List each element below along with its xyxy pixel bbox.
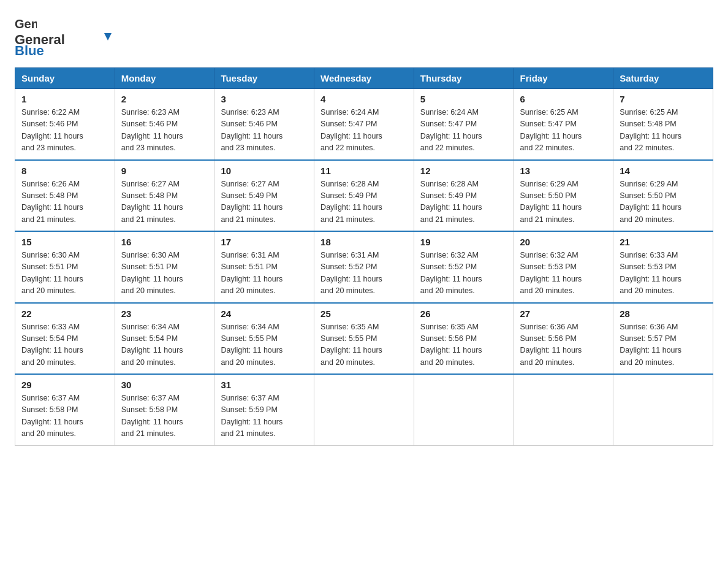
calendar-cell: 26 Sunrise: 6:35 AMSunset: 5:56 PMDaylig…: [414, 303, 514, 375]
day-number: 9: [121, 166, 208, 176]
calendar-cell: 19 Sunrise: 6:32 AMSunset: 5:52 PMDaylig…: [414, 231, 514, 303]
day-number: 27: [520, 308, 607, 319]
day-info: Sunrise: 6:28 AMSunset: 5:49 PMDaylight:…: [320, 178, 408, 226]
day-header-tuesday: Tuesday: [214, 68, 314, 89]
day-info: Sunrise: 6:24 AMSunset: 5:47 PMDaylight:…: [320, 107, 408, 155]
day-info: Sunrise: 6:24 AMSunset: 5:47 PMDaylight:…: [420, 107, 507, 155]
calendar-cell: 23 Sunrise: 6:34 AMSunset: 5:54 PMDaylig…: [115, 303, 214, 375]
day-number: 7: [620, 94, 707, 104]
calendar-week-1: 1 Sunrise: 6:22 AMSunset: 5:46 PMDayligh…: [15, 89, 713, 160]
day-info: Sunrise: 6:34 AMSunset: 5:54 PMDaylight:…: [121, 321, 208, 369]
day-info: Sunrise: 6:30 AMSunset: 5:51 PMDaylight:…: [121, 250, 208, 297]
day-info: Sunrise: 6:31 AMSunset: 5:51 PMDaylight:…: [221, 250, 308, 297]
day-number: 6: [520, 94, 607, 104]
day-info: Sunrise: 6:32 AMSunset: 5:53 PMDaylight:…: [520, 250, 607, 297]
calendar-cell: [514, 374, 613, 445]
day-info: Sunrise: 6:22 AMSunset: 5:46 PMDaylight:…: [21, 107, 108, 155]
day-number: 25: [320, 308, 408, 319]
day-number: 18: [320, 237, 408, 247]
day-number: 23: [121, 308, 208, 319]
day-header-sunday: Sunday: [15, 68, 115, 89]
day-info: Sunrise: 6:30 AMSunset: 5:51 PMDaylight:…: [21, 250, 108, 297]
day-info: Sunrise: 6:27 AMSunset: 5:48 PMDaylight:…: [121, 178, 208, 226]
calendar-cell: 5 Sunrise: 6:24 AMSunset: 5:47 PMDayligh…: [414, 89, 514, 160]
calendar-cell: [314, 374, 414, 445]
calendar-cell: 1 Sunrise: 6:22 AMSunset: 5:46 PMDayligh…: [15, 89, 115, 160]
day-number: 26: [420, 308, 507, 319]
day-header-monday: Monday: [115, 68, 214, 89]
calendar-cell: 2 Sunrise: 6:23 AMSunset: 5:46 PMDayligh…: [115, 89, 214, 160]
calendar-cell: 13 Sunrise: 6:29 AMSunset: 5:50 PMDaylig…: [514, 160, 613, 232]
calendar-cell: 17 Sunrise: 6:31 AMSunset: 5:51 PMDaylig…: [214, 231, 314, 303]
day-number: 19: [420, 237, 507, 247]
day-info: Sunrise: 6:35 AMSunset: 5:56 PMDaylight:…: [420, 321, 507, 369]
day-header-thursday: Thursday: [414, 68, 514, 89]
calendar-cell: 12 Sunrise: 6:28 AMSunset: 5:49 PMDaylig…: [414, 160, 514, 232]
day-number: 21: [620, 237, 707, 247]
calendar-cell: 31 Sunrise: 6:37 AMSunset: 5:59 PMDaylig…: [214, 374, 314, 445]
day-header-friday: Friday: [514, 68, 613, 89]
day-info: Sunrise: 6:23 AMSunset: 5:46 PMDaylight:…: [121, 107, 208, 155]
day-number: 14: [620, 166, 707, 176]
calendar-cell: 30 Sunrise: 6:37 AMSunset: 5:58 PMDaylig…: [115, 374, 214, 445]
svg-marker-2: [104, 33, 112, 40]
day-info: Sunrise: 6:35 AMSunset: 5:55 PMDaylight:…: [320, 321, 408, 369]
calendar-cell: 18 Sunrise: 6:31 AMSunset: 5:52 PMDaylig…: [314, 231, 414, 303]
calendar-cell: 14 Sunrise: 6:29 AMSunset: 5:50 PMDaylig…: [613, 160, 713, 232]
calendar-header-row: SundayMondayTuesdayWednesdayThursdayFrid…: [15, 68, 713, 89]
calendar-cell: 24 Sunrise: 6:34 AMSunset: 5:55 PMDaylig…: [214, 303, 314, 375]
day-number: 11: [320, 166, 408, 176]
calendar-cell: 27 Sunrise: 6:36 AMSunset: 5:56 PMDaylig…: [514, 303, 613, 375]
day-info: Sunrise: 6:26 AMSunset: 5:48 PMDaylight:…: [21, 178, 108, 226]
day-number: 20: [520, 237, 607, 247]
calendar-cell: 25 Sunrise: 6:35 AMSunset: 5:55 PMDaylig…: [314, 303, 414, 375]
day-info: Sunrise: 6:29 AMSunset: 5:50 PMDaylight:…: [620, 178, 707, 226]
day-number: 12: [420, 166, 507, 176]
day-number: 4: [320, 94, 408, 104]
calendar-cell: 6 Sunrise: 6:25 AMSunset: 5:47 PMDayligh…: [514, 89, 613, 160]
calendar-cell: 3 Sunrise: 6:23 AMSunset: 5:46 PMDayligh…: [214, 89, 314, 160]
day-info: Sunrise: 6:29 AMSunset: 5:50 PMDaylight:…: [520, 178, 607, 226]
calendar-cell: 21 Sunrise: 6:33 AMSunset: 5:53 PMDaylig…: [613, 231, 713, 303]
logo-graphic: General Blue: [15, 32, 125, 55]
calendar-week-3: 15 Sunrise: 6:30 AMSunset: 5:51 PMDaylig…: [15, 231, 713, 303]
calendar-cell: 28 Sunrise: 6:36 AMSunset: 5:57 PMDaylig…: [613, 303, 713, 375]
logo: General General Blue: [15, 15, 125, 55]
day-number: 17: [221, 237, 308, 247]
day-info: Sunrise: 6:37 AMSunset: 5:58 PMDaylight:…: [121, 393, 208, 440]
calendar-cell: 20 Sunrise: 6:32 AMSunset: 5:53 PMDaylig…: [514, 231, 613, 303]
day-info: Sunrise: 6:37 AMSunset: 5:59 PMDaylight:…: [221, 393, 308, 440]
day-number: 24: [221, 308, 308, 319]
day-info: Sunrise: 6:37 AMSunset: 5:58 PMDaylight:…: [21, 393, 108, 440]
day-number: 29: [21, 380, 108, 390]
day-info: Sunrise: 6:36 AMSunset: 5:56 PMDaylight:…: [520, 321, 607, 369]
day-info: Sunrise: 6:32 AMSunset: 5:52 PMDaylight:…: [420, 250, 507, 297]
day-info: Sunrise: 6:31 AMSunset: 5:52 PMDaylight:…: [320, 250, 408, 297]
calendar-cell: 9 Sunrise: 6:27 AMSunset: 5:48 PMDayligh…: [115, 160, 214, 232]
calendar-cell: 4 Sunrise: 6:24 AMSunset: 5:47 PMDayligh…: [314, 89, 414, 160]
day-number: 28: [620, 308, 707, 319]
page-header: General General Blue: [15, 15, 713, 55]
calendar-cell: 11 Sunrise: 6:28 AMSunset: 5:49 PMDaylig…: [314, 160, 414, 232]
calendar-week-2: 8 Sunrise: 6:26 AMSunset: 5:48 PMDayligh…: [15, 160, 713, 232]
day-number: 16: [121, 237, 208, 247]
day-number: 13: [520, 166, 607, 176]
day-info: Sunrise: 6:33 AMSunset: 5:53 PMDaylight:…: [620, 250, 707, 297]
day-info: Sunrise: 6:27 AMSunset: 5:49 PMDaylight:…: [221, 178, 308, 226]
calendar-cell: 10 Sunrise: 6:27 AMSunset: 5:49 PMDaylig…: [214, 160, 314, 232]
calendar-cell: 22 Sunrise: 6:33 AMSunset: 5:54 PMDaylig…: [15, 303, 115, 375]
day-number: 8: [21, 166, 108, 176]
day-info: Sunrise: 6:28 AMSunset: 5:49 PMDaylight:…: [420, 178, 507, 226]
calendar-week-4: 22 Sunrise: 6:33 AMSunset: 5:54 PMDaylig…: [15, 303, 713, 375]
day-info: Sunrise: 6:25 AMSunset: 5:48 PMDaylight:…: [620, 107, 707, 155]
day-number: 31: [221, 380, 308, 390]
calendar-cell: 16 Sunrise: 6:30 AMSunset: 5:51 PMDaylig…: [115, 231, 214, 303]
calendar-cell: 7 Sunrise: 6:25 AMSunset: 5:48 PMDayligh…: [613, 89, 713, 160]
day-info: Sunrise: 6:25 AMSunset: 5:47 PMDaylight:…: [520, 107, 607, 155]
calendar-week-5: 29 Sunrise: 6:37 AMSunset: 5:58 PMDaylig…: [15, 374, 713, 445]
svg-text:General: General: [15, 17, 37, 31]
day-number: 15: [21, 237, 108, 247]
day-number: 10: [221, 166, 308, 176]
day-number: 22: [21, 308, 108, 319]
day-header-wednesday: Wednesday: [314, 68, 414, 89]
